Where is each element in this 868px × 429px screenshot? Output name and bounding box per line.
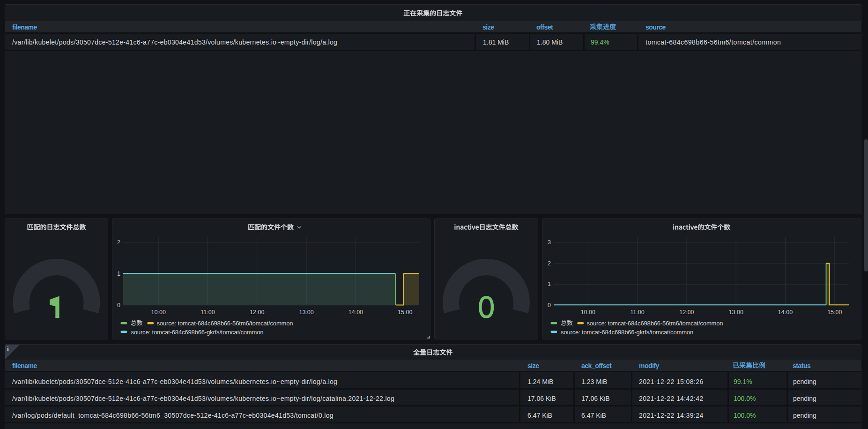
svg-text:i: i <box>7 345 9 352</box>
